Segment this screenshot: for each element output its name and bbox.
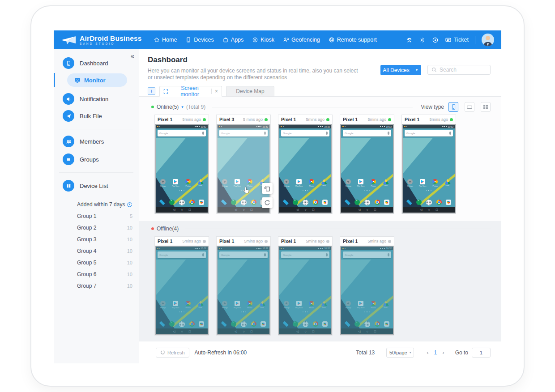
- device-screen[interactable]: 10:32 Google Settings Play Store Photos: [278, 124, 332, 213]
- device-card[interactable]: Pixel 1 5mins ago 10:32 Google: [216, 236, 271, 336]
- device-screen[interactable]: 10:32 Google Settings Play Store Photos: [340, 124, 394, 213]
- sidebar-collapse-icon[interactable]: «: [131, 52, 134, 60]
- sidebar-item-added-7days[interactable]: Added within 7 days: [54, 199, 139, 210]
- nav-geofencing[interactable]: Geofencing: [283, 37, 320, 43]
- search-input[interactable]: [440, 67, 484, 73]
- phone-app-row: Settings Play Store Photos Drive: [342, 301, 392, 309]
- per-page-select[interactable]: 50/page ▾: [386, 348, 414, 358]
- device-status-dot: [203, 118, 206, 121]
- settings-app-icon: [284, 179, 289, 184]
- homescreen-page-dots: [218, 311, 269, 312]
- nav-apps[interactable]: Apps: [222, 37, 244, 43]
- settings-gear-icon[interactable]: [419, 37, 426, 43]
- tab-label: Device Map: [236, 88, 264, 94]
- sidebar-item-members[interactable]: Members: [54, 136, 139, 147]
- phone-app-icon: [283, 321, 289, 327]
- add-tab-button[interactable]: +: [148, 87, 155, 95]
- rotate-screen-button[interactable]: [262, 183, 273, 194]
- sidebar-item-groups[interactable]: Groups: [54, 153, 139, 165]
- back-icon: ◁: [235, 330, 237, 333]
- chevron-down-icon: ▾: [410, 350, 411, 354]
- drive-app-icon: [198, 179, 204, 184]
- chevron-down-icon[interactable]: ▾: [181, 105, 184, 109]
- view-type-label: View type: [421, 104, 444, 110]
- phone-app-row: Settings Play Store Photos Drive: [157, 179, 207, 187]
- device-card[interactable]: Pixel 1 5mins ago 10:32 Google: [401, 115, 456, 214]
- camera-app-icon: [322, 321, 328, 327]
- device-card[interactable]: Pixel 1 5mins ago 10:32 Google: [340, 115, 394, 214]
- device-card-header: Pixel 1 5mins ago: [278, 115, 332, 124]
- device-card-header: Pixel 1 5mins ago: [340, 237, 394, 246]
- sidebar-group-row[interactable]: Group 7 10: [54, 280, 139, 292]
- device-screen[interactable]: 10:32 Google Settings Play Store Photos: [155, 124, 209, 213]
- tab-screen-monitor[interactable]: Screen monitor ×: [159, 86, 222, 97]
- footer-bar: Refresh Auto-Refresh in 06:00 Total 13 5…: [139, 341, 501, 363]
- phone-nav-bar: ◁○□: [279, 328, 331, 334]
- all-devices-dropdown[interactable]: All Devices ▾: [380, 65, 421, 75]
- sidebar-item-monitor[interactable]: Monitor: [67, 73, 127, 87]
- settings-app-icon: [346, 179, 351, 184]
- user-avatar[interactable]: [482, 34, 494, 46]
- device-status-dot: [388, 240, 391, 243]
- tab-device-map[interactable]: Device Map: [226, 86, 274, 97]
- hangouts-app-icon: [231, 321, 236, 327]
- expand-icon[interactable]: [163, 89, 168, 94]
- divider-line: [212, 107, 413, 107]
- photos-app-icon: [309, 301, 314, 306]
- brand-logo[interactable]: AirDroid Business Sand Studio: [61, 35, 145, 45]
- device-card[interactable]: Pixel 1 5mins ago 10:32 Google: [278, 236, 333, 336]
- prev-page-button[interactable]: ‹: [424, 349, 431, 356]
- sidebar-group-row[interactable]: Group 1 5: [54, 210, 139, 222]
- device-last-seen: 5 mins ago: [243, 117, 263, 122]
- home-icon: [154, 37, 160, 43]
- sidebar-item-device-list[interactable]: Device List: [54, 180, 139, 192]
- next-page-button[interactable]: ›: [440, 349, 447, 356]
- current-page-button[interactable]: 1: [431, 349, 440, 356]
- goto-page-input[interactable]: [472, 348, 491, 358]
- phone-app-icon: [221, 321, 227, 327]
- recents-icon: □: [312, 330, 314, 333]
- refresh-button[interactable]: Refresh: [156, 348, 189, 358]
- view-grid-button[interactable]: [481, 102, 491, 112]
- device-card[interactable]: Pixel 1 5mins ago 10:32 Google: [154, 115, 209, 214]
- device-card[interactable]: Pixel 1 5mins ago 10:32 Google: [154, 236, 209, 336]
- history-icon[interactable]: [127, 202, 132, 208]
- support-agent-icon[interactable]: [406, 37, 413, 43]
- view-landscape-button[interactable]: [465, 102, 474, 112]
- sidebar-group-row[interactable]: Group 5 10: [54, 257, 139, 268]
- ticket-button[interactable]: Ticket: [445, 37, 469, 43]
- sidebar-item-bulk-file[interactable]: Bulk File: [54, 110, 139, 122]
- phone-wallpaper: Settings Play Store Photos Drive: [403, 138, 455, 207]
- nav-remote-support[interactable]: Remote support: [329, 37, 377, 43]
- mic-icon: [388, 253, 389, 256]
- sidebar-group-row[interactable]: Group 2 10: [54, 222, 139, 234]
- device-screen[interactable]: 10:32 Google Settings Play Store Photos: [340, 246, 394, 335]
- nav-devices[interactable]: Devices: [185, 37, 213, 43]
- device-card[interactable]: Pixel 1 5mins ago 10:32 Google: [278, 115, 333, 214]
- device-card[interactable]: Pixel 1 5mins ago 10:32 Google: [340, 236, 394, 336]
- refresh-screen-button[interactable]: [262, 197, 273, 208]
- sidebar-group-row[interactable]: Group 3 10: [54, 234, 139, 245]
- sidebar-divider: [59, 129, 133, 129]
- topbar-divider: [475, 36, 475, 44]
- sidebar-item-notification[interactable]: Notification: [54, 93, 139, 105]
- view-portrait-button[interactable]: [448, 102, 458, 112]
- device-screen[interactable]: 10:32 Google Settings Play Store Photos: [402, 124, 456, 213]
- camera-app-icon: [322, 200, 328, 205]
- sidebar-item-dashboard[interactable]: Dashboard: [54, 57, 139, 69]
- device-screen[interactable]: 10:32 Google Settings Play Store Photos: [278, 246, 332, 335]
- download-icon[interactable]: [432, 37, 439, 43]
- back-icon: ◁: [296, 208, 299, 211]
- device-card-header: Pixel 1 5mins ago: [155, 115, 209, 124]
- nav-home[interactable]: Home: [154, 37, 177, 43]
- kiosk-icon: [252, 37, 258, 43]
- monitor-content: Online(5) ▾ (Total 9) View type Pixel 1: [139, 97, 501, 341]
- device-screen[interactable]: 10:32 Google Settings Play Store Photos: [155, 246, 209, 335]
- sidebar-group-row[interactable]: Group 6 10: [54, 268, 139, 280]
- chrome-app-icon: [436, 200, 442, 205]
- sidebar-group-row[interactable]: Group 4 10: [54, 245, 139, 257]
- close-icon[interactable]: ×: [211, 89, 218, 94]
- back-icon: ◁: [358, 330, 360, 333]
- nav-kiosk[interactable]: Kiosk: [252, 37, 274, 43]
- device-screen[interactable]: 10:32 Google Settings Play Store Photos: [217, 246, 270, 335]
